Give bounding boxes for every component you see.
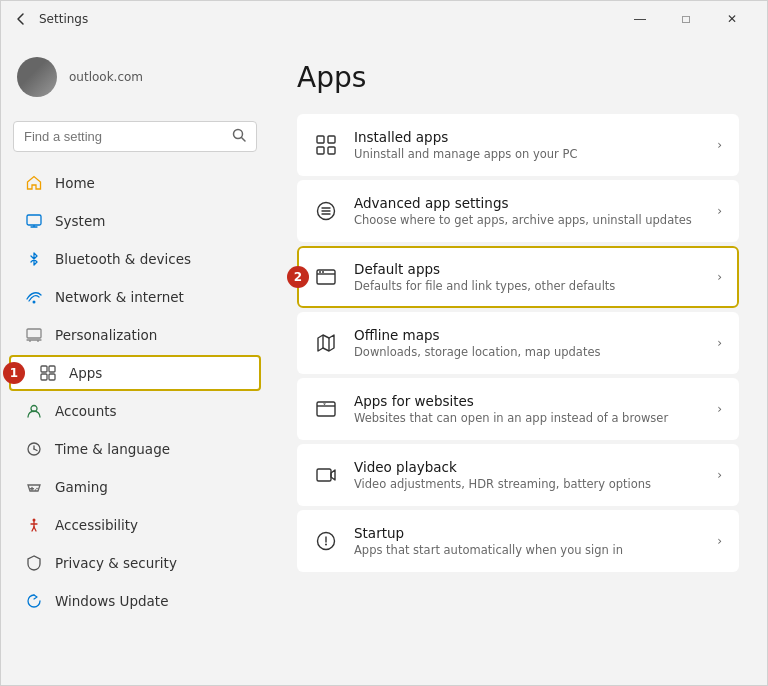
svg-rect-29 xyxy=(317,147,324,154)
search-box[interactable] xyxy=(13,121,257,152)
bluetooth-icon xyxy=(25,250,43,268)
sidebar-item-accounts-label: Accounts xyxy=(55,403,117,419)
sidebar-item-personalization[interactable]: Personalization xyxy=(9,317,261,353)
svg-rect-27 xyxy=(317,136,324,143)
apps-for-websites-desc: Websites that can open in an app instead… xyxy=(354,411,701,425)
svg-rect-2 xyxy=(27,215,41,225)
sidebar-item-gaming[interactable]: Gaming xyxy=(9,469,261,505)
sidebar-item-privacy-label: Privacy & security xyxy=(55,555,177,571)
advanced-app-settings-item[interactable]: Advanced app settings Choose where to ge… xyxy=(297,180,739,242)
sidebar-item-update-label: Windows Update xyxy=(55,593,168,609)
sidebar-item-home-label: Home xyxy=(55,175,95,191)
offline-maps-item[interactable]: Offline maps Downloads, storage location… xyxy=(297,312,739,374)
system-icon xyxy=(25,212,43,230)
svg-rect-10 xyxy=(41,366,47,372)
installed-apps-icon xyxy=(314,133,338,157)
accessibility-icon xyxy=(25,516,43,534)
title-bar: Settings — □ ✕ xyxy=(1,1,767,37)
offline-maps-icon xyxy=(314,331,338,355)
minimize-button[interactable]: — xyxy=(617,3,663,35)
svg-point-21 xyxy=(35,489,37,491)
apps-for-websites-arrow: › xyxy=(717,402,722,416)
network-icon xyxy=(25,288,43,306)
video-playback-text: Video playback Video adjustments, HDR st… xyxy=(354,459,701,491)
advanced-app-settings-desc: Choose where to get apps, archive apps, … xyxy=(354,213,701,227)
page-title: Apps xyxy=(297,61,739,94)
sidebar-item-time-label: Time & language xyxy=(55,441,170,457)
startup-title: Startup xyxy=(354,525,701,541)
apps-icon xyxy=(39,364,57,382)
advanced-app-settings-title: Advanced app settings xyxy=(354,195,701,211)
svg-rect-6 xyxy=(27,329,41,338)
video-playback-item[interactable]: Video playback Video adjustments, HDR st… xyxy=(297,444,739,506)
window-title: Settings xyxy=(39,12,88,26)
installed-apps-title: Installed apps xyxy=(354,129,701,145)
svg-rect-43 xyxy=(317,469,331,481)
default-apps-desc: Defaults for file and link types, other … xyxy=(354,279,701,293)
installed-apps-desc: Uninstall and manage apps on your PC xyxy=(354,147,701,161)
svg-rect-11 xyxy=(49,366,55,372)
svg-rect-13 xyxy=(49,374,55,380)
startup-text: Startup Apps that start automatically wh… xyxy=(354,525,701,557)
sidebar-item-system[interactable]: System xyxy=(9,203,261,239)
sidebar-item-network[interactable]: Network & internet xyxy=(9,279,261,315)
sidebar-item-accessibility[interactable]: Accessibility xyxy=(9,507,261,543)
startup-item[interactable]: Startup Apps that start automatically wh… xyxy=(297,510,739,572)
svg-line-17 xyxy=(34,449,37,451)
privacy-icon xyxy=(25,554,43,572)
default-apps-text: Default apps Defaults for file and link … xyxy=(354,261,701,293)
user-email: outlook.com xyxy=(69,70,143,84)
apps-for-websites-title: Apps for websites xyxy=(354,393,701,409)
sidebar-item-network-label: Network & internet xyxy=(55,289,184,305)
svg-rect-41 xyxy=(317,402,335,416)
sidebar-item-accounts[interactable]: Accounts xyxy=(9,393,261,429)
offline-maps-title: Offline maps xyxy=(354,327,701,343)
installed-apps-text: Installed apps Uninstall and manage apps… xyxy=(354,129,701,161)
personalization-icon xyxy=(25,326,43,344)
advanced-app-settings-arrow: › xyxy=(717,204,722,218)
default-apps-title: Default apps xyxy=(354,261,701,277)
gaming-icon xyxy=(25,478,43,496)
startup-arrow: › xyxy=(717,534,722,548)
default-apps-badge: 2 xyxy=(287,266,309,288)
video-playback-icon xyxy=(314,463,338,487)
update-icon xyxy=(25,592,43,610)
sidebar-item-personalization-label: Personalization xyxy=(55,327,157,343)
sidebar-item-bluetooth[interactable]: Bluetooth & devices xyxy=(9,241,261,277)
sidebar-item-apps[interactable]: Apps xyxy=(9,355,261,391)
user-profile[interactable]: outlook.com xyxy=(1,45,269,109)
offline-maps-text: Offline maps Downloads, storage location… xyxy=(354,327,701,359)
svg-point-20 xyxy=(36,488,38,490)
title-bar-left: Settings xyxy=(13,11,88,27)
svg-line-1 xyxy=(242,138,246,142)
default-apps-arrow: › xyxy=(717,270,722,284)
maximize-button[interactable]: □ xyxy=(663,3,709,35)
sidebar-item-privacy[interactable]: Privacy & security xyxy=(9,545,261,581)
svg-rect-30 xyxy=(328,147,335,154)
avatar xyxy=(17,57,57,97)
svg-rect-28 xyxy=(328,136,335,143)
search-icon xyxy=(232,128,246,145)
sidebar-item-time[interactable]: Time & language xyxy=(9,431,261,467)
close-button[interactable]: ✕ xyxy=(709,3,755,35)
advanced-app-settings-icon xyxy=(314,199,338,223)
installed-apps-item[interactable]: Installed apps Uninstall and manage apps… xyxy=(297,114,739,176)
installed-apps-arrow: › xyxy=(717,138,722,152)
apps-for-websites-icon xyxy=(314,397,338,421)
sidebar-item-update[interactable]: Windows Update xyxy=(9,583,261,619)
settings-window: Settings — □ ✕ outlook.com xyxy=(0,0,768,686)
sidebar-item-apps-label: Apps xyxy=(69,365,102,381)
content-area: outlook.com H xyxy=(1,37,767,685)
sidebar-item-home[interactable]: Home xyxy=(9,165,261,201)
svg-point-46 xyxy=(325,544,327,546)
time-icon xyxy=(25,440,43,458)
apps-badge: 1 xyxy=(3,362,25,384)
apps-for-websites-item[interactable]: Apps for websites Websites that can open… xyxy=(297,378,739,440)
video-playback-arrow: › xyxy=(717,468,722,482)
sidebar-item-bluetooth-label: Bluetooth & devices xyxy=(55,251,191,267)
default-apps-item[interactable]: 2 Default apps Defaults for file and lin… xyxy=(297,246,739,308)
search-input[interactable] xyxy=(24,129,224,144)
advanced-app-settings-text: Advanced app settings Choose where to ge… xyxy=(354,195,701,227)
back-icon[interactable] xyxy=(13,11,29,27)
svg-point-5 xyxy=(33,301,36,304)
